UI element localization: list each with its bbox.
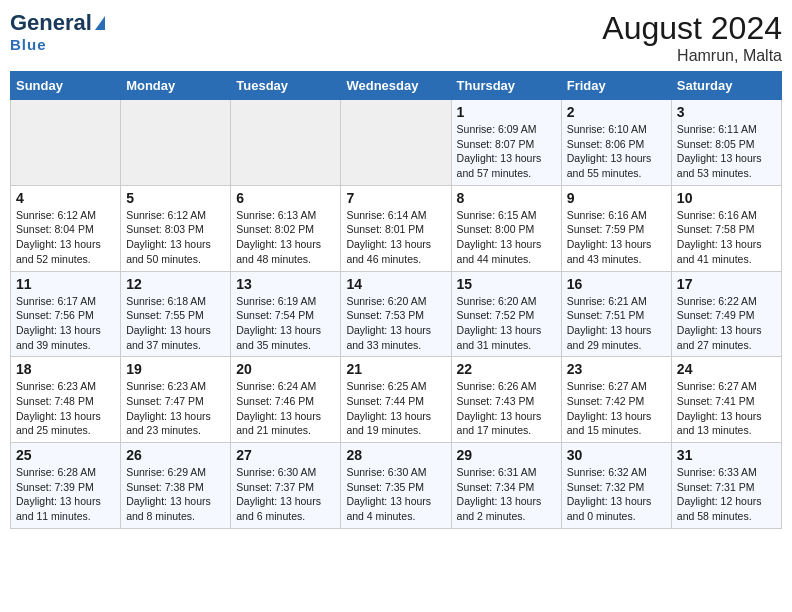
- day-info: Sunrise: 6:31 AMSunset: 7:34 PMDaylight:…: [457, 465, 556, 524]
- sunrise-label: Sunrise: 6:25 AM: [346, 380, 426, 392]
- day-info: Sunrise: 6:16 AMSunset: 7:58 PMDaylight:…: [677, 208, 776, 267]
- daylight-label: Daylight: 13 hours and 48 minutes.: [236, 238, 321, 265]
- calendar-cell: 18Sunrise: 6:23 AMSunset: 7:48 PMDayligh…: [11, 357, 121, 443]
- daylight-label: Daylight: 13 hours and 21 minutes.: [236, 410, 321, 437]
- sunset-label: Sunset: 7:51 PM: [567, 309, 645, 321]
- day-info: Sunrise: 6:16 AMSunset: 7:59 PMDaylight:…: [567, 208, 666, 267]
- sunrise-label: Sunrise: 6:30 AM: [236, 466, 316, 478]
- logo-general: General: [10, 10, 92, 36]
- daylight-label: Daylight: 13 hours and 44 minutes.: [457, 238, 542, 265]
- day-info: Sunrise: 6:28 AMSunset: 7:39 PMDaylight:…: [16, 465, 115, 524]
- sunset-label: Sunset: 8:01 PM: [346, 223, 424, 235]
- daylight-label: Daylight: 13 hours and 27 minutes.: [677, 324, 762, 351]
- day-number: 21: [346, 361, 445, 377]
- sunrise-label: Sunrise: 6:33 AM: [677, 466, 757, 478]
- day-number: 7: [346, 190, 445, 206]
- daylight-label: Daylight: 13 hours and 17 minutes.: [457, 410, 542, 437]
- sunrise-label: Sunrise: 6:27 AM: [677, 380, 757, 392]
- sunset-label: Sunset: 7:38 PM: [126, 481, 204, 493]
- day-info: Sunrise: 6:23 AMSunset: 7:48 PMDaylight:…: [16, 379, 115, 438]
- page-header: General Blue August 2024 Hamrun, Malta: [10, 10, 782, 65]
- daylight-label: Daylight: 13 hours and 31 minutes.: [457, 324, 542, 351]
- day-number: 24: [677, 361, 776, 377]
- sunrise-label: Sunrise: 6:15 AM: [457, 209, 537, 221]
- sunrise-label: Sunrise: 6:32 AM: [567, 466, 647, 478]
- logo: General Blue: [10, 10, 105, 53]
- calendar-cell: 22Sunrise: 6:26 AMSunset: 7:43 PMDayligh…: [451, 357, 561, 443]
- sunset-label: Sunset: 7:31 PM: [677, 481, 755, 493]
- calendar-cell: 2Sunrise: 6:10 AMSunset: 8:06 PMDaylight…: [561, 100, 671, 186]
- sunrise-label: Sunrise: 6:26 AM: [457, 380, 537, 392]
- calendar-cell: 1Sunrise: 6:09 AMSunset: 8:07 PMDaylight…: [451, 100, 561, 186]
- daylight-label: Daylight: 13 hours and 2 minutes.: [457, 495, 542, 522]
- sunrise-label: Sunrise: 6:23 AM: [16, 380, 96, 392]
- title-section: August 2024 Hamrun, Malta: [602, 10, 782, 65]
- calendar-cell: 8Sunrise: 6:15 AMSunset: 8:00 PMDaylight…: [451, 185, 561, 271]
- day-number: 27: [236, 447, 335, 463]
- day-info: Sunrise: 6:14 AMSunset: 8:01 PMDaylight:…: [346, 208, 445, 267]
- calendar-cell: 25Sunrise: 6:28 AMSunset: 7:39 PMDayligh…: [11, 443, 121, 529]
- sunrise-label: Sunrise: 6:20 AM: [346, 295, 426, 307]
- sunrise-label: Sunrise: 6:10 AM: [567, 123, 647, 135]
- day-number: 12: [126, 276, 225, 292]
- day-info: Sunrise: 6:12 AMSunset: 8:03 PMDaylight:…: [126, 208, 225, 267]
- sunrise-label: Sunrise: 6:29 AM: [126, 466, 206, 478]
- day-number: 8: [457, 190, 556, 206]
- sunrise-label: Sunrise: 6:09 AM: [457, 123, 537, 135]
- daylight-label: Daylight: 13 hours and 19 minutes.: [346, 410, 431, 437]
- day-number: 15: [457, 276, 556, 292]
- day-info: Sunrise: 6:33 AMSunset: 7:31 PMDaylight:…: [677, 465, 776, 524]
- day-number: 30: [567, 447, 666, 463]
- day-info: Sunrise: 6:10 AMSunset: 8:06 PMDaylight:…: [567, 122, 666, 181]
- location: Hamrun, Malta: [602, 47, 782, 65]
- sunset-label: Sunset: 7:47 PM: [126, 395, 204, 407]
- day-number: 6: [236, 190, 335, 206]
- sunrise-label: Sunrise: 6:31 AM: [457, 466, 537, 478]
- daylight-label: Daylight: 13 hours and 53 minutes.: [677, 152, 762, 179]
- calendar-cell: 7Sunrise: 6:14 AMSunset: 8:01 PMDaylight…: [341, 185, 451, 271]
- day-info: Sunrise: 6:21 AMSunset: 7:51 PMDaylight:…: [567, 294, 666, 353]
- day-info: Sunrise: 6:25 AMSunset: 7:44 PMDaylight:…: [346, 379, 445, 438]
- day-info: Sunrise: 6:09 AMSunset: 8:07 PMDaylight:…: [457, 122, 556, 181]
- sunrise-label: Sunrise: 6:20 AM: [457, 295, 537, 307]
- calendar-cell: 15Sunrise: 6:20 AMSunset: 7:52 PMDayligh…: [451, 271, 561, 357]
- weekday-header-saturday: Saturday: [671, 72, 781, 100]
- calendar-cell: 3Sunrise: 6:11 AMSunset: 8:05 PMDaylight…: [671, 100, 781, 186]
- sunset-label: Sunset: 7:48 PM: [16, 395, 94, 407]
- sunset-label: Sunset: 7:43 PM: [457, 395, 535, 407]
- day-number: 25: [16, 447, 115, 463]
- daylight-label: Daylight: 13 hours and 11 minutes.: [16, 495, 101, 522]
- sunset-label: Sunset: 8:06 PM: [567, 138, 645, 150]
- sunset-label: Sunset: 8:00 PM: [457, 223, 535, 235]
- weekday-header-monday: Monday: [121, 72, 231, 100]
- calendar-cell: [121, 100, 231, 186]
- sunset-label: Sunset: 7:32 PM: [567, 481, 645, 493]
- month-title: August 2024: [602, 10, 782, 47]
- sunrise-label: Sunrise: 6:11 AM: [677, 123, 757, 135]
- sunset-label: Sunset: 7:34 PM: [457, 481, 535, 493]
- day-number: 5: [126, 190, 225, 206]
- weekday-header-tuesday: Tuesday: [231, 72, 341, 100]
- calendar-cell: 9Sunrise: 6:16 AMSunset: 7:59 PMDaylight…: [561, 185, 671, 271]
- day-number: 20: [236, 361, 335, 377]
- sunset-label: Sunset: 8:02 PM: [236, 223, 314, 235]
- day-number: 2: [567, 104, 666, 120]
- sunrise-label: Sunrise: 6:18 AM: [126, 295, 206, 307]
- sunset-label: Sunset: 7:56 PM: [16, 309, 94, 321]
- calendar-cell: 14Sunrise: 6:20 AMSunset: 7:53 PMDayligh…: [341, 271, 451, 357]
- sunrise-label: Sunrise: 6:16 AM: [567, 209, 647, 221]
- calendar-cell: 27Sunrise: 6:30 AMSunset: 7:37 PMDayligh…: [231, 443, 341, 529]
- daylight-label: Daylight: 13 hours and 39 minutes.: [16, 324, 101, 351]
- sunset-label: Sunset: 7:58 PM: [677, 223, 755, 235]
- daylight-label: Daylight: 13 hours and 0 minutes.: [567, 495, 652, 522]
- sunrise-label: Sunrise: 6:30 AM: [346, 466, 426, 478]
- day-number: 13: [236, 276, 335, 292]
- calendar-cell: 23Sunrise: 6:27 AMSunset: 7:42 PMDayligh…: [561, 357, 671, 443]
- sunrise-label: Sunrise: 6:22 AM: [677, 295, 757, 307]
- day-number: 11: [16, 276, 115, 292]
- sunrise-label: Sunrise: 6:12 AM: [16, 209, 96, 221]
- weekday-header-sunday: Sunday: [11, 72, 121, 100]
- day-info: Sunrise: 6:11 AMSunset: 8:05 PMDaylight:…: [677, 122, 776, 181]
- calendar-cell: 21Sunrise: 6:25 AMSunset: 7:44 PMDayligh…: [341, 357, 451, 443]
- day-number: 19: [126, 361, 225, 377]
